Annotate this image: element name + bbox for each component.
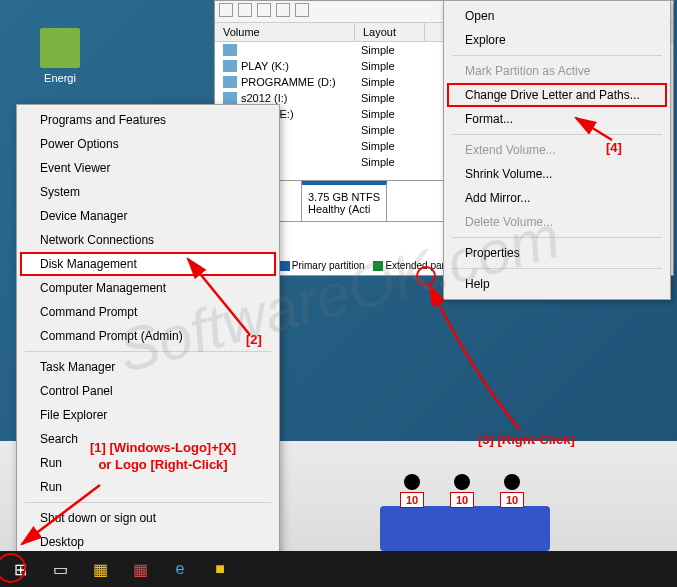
col-layout[interactable]: Layout [355,23,425,41]
legend-swatch-primary [280,261,290,271]
ctx-add-mirror[interactable]: Add Mirror... [447,186,667,210]
taskbar-app-icon[interactable]: e [160,551,200,587]
menu-search[interactable]: Search [20,427,276,451]
menu-separator [25,502,271,503]
menu-disk-management[interactable]: Disk Management [20,252,276,276]
ctx-properties[interactable]: Properties [447,241,667,265]
battery-icon [40,28,80,68]
desktop-icon-label: Energi [30,72,90,84]
menu-command-prompt[interactable]: Command Prompt [20,300,276,324]
toolbar-icon[interactable] [257,3,271,17]
menu-programs-features[interactable]: Programs and Features [20,108,276,132]
menu-power-options[interactable]: Power Options [20,132,276,156]
partition-block[interactable]: 3.75 GB NTFS Healthy (Acti [302,181,387,221]
menu-device-manager[interactable]: Device Manager [20,204,276,228]
ctx-extend-volume: Extend Volume... [447,138,667,162]
ctx-format[interactable]: Format... [447,107,667,131]
menu-task-manager[interactable]: Task Manager [20,355,276,379]
col-volume[interactable]: Volume [215,23,355,41]
ctx-separator [452,237,662,238]
ctx-change-drive-letter[interactable]: Change Drive Letter and Paths... [447,83,667,107]
drive-icon [223,76,237,88]
ctx-explore[interactable]: Explore [447,28,667,52]
menu-computer-management[interactable]: Computer Management [20,276,276,300]
toolbar-icon[interactable] [276,3,290,17]
ctx-open[interactable]: Open [447,4,667,28]
drive-icon [223,60,237,72]
menu-system[interactable]: System [20,180,276,204]
drive-icon [223,44,237,56]
menu-run[interactable]: Run [20,451,276,475]
menu-network-connections[interactable]: Network Connections [20,228,276,252]
ctx-mark-active: Mark Partition as Active [447,59,667,83]
ctx-separator [452,134,662,135]
drive-icon [223,92,237,104]
ctx-shrink-volume[interactable]: Shrink Volume... [447,162,667,186]
toolbar-icon[interactable] [219,3,233,17]
task-view-button[interactable]: ▭ [40,551,80,587]
desktop-icon-energi[interactable]: Energi [30,28,90,84]
ctx-separator [452,55,662,56]
ctx-delete-volume: Delete Volume... [447,210,667,234]
menu-event-viewer[interactable]: Event Viewer [20,156,276,180]
menu-shutdown-signout[interactable]: Shut down or sign out [20,506,276,530]
volume-context-menu: Open Explore Mark Partition as Active Ch… [443,0,671,300]
taskbar: ⊞ ▭ ▦ ▦ e ■ [0,551,677,587]
menu-command-prompt-admin[interactable]: Command Prompt (Admin) [20,324,276,348]
winx-power-menu: Programs and Features Power Options Even… [16,104,280,558]
judges-graphic: 10 10 10 [380,506,550,551]
annotation-circle-rightclick [416,266,436,286]
taskbar-app-icon[interactable]: ■ [200,551,240,587]
menu-file-explorer[interactable]: File Explorer [20,403,276,427]
menu-separator [25,351,271,352]
legend-swatch-extended [373,261,383,271]
menu-control-panel[interactable]: Control Panel [20,379,276,403]
taskbar-app-icon[interactable]: ▦ [120,551,160,587]
taskbar-app-icon[interactable]: ▦ [80,551,120,587]
ctx-help[interactable]: Help [447,272,667,296]
toolbar-icon[interactable] [295,3,309,17]
toolbar-icon[interactable] [238,3,252,17]
ctx-separator [452,268,662,269]
menu-run-2[interactable]: Run [20,475,276,499]
